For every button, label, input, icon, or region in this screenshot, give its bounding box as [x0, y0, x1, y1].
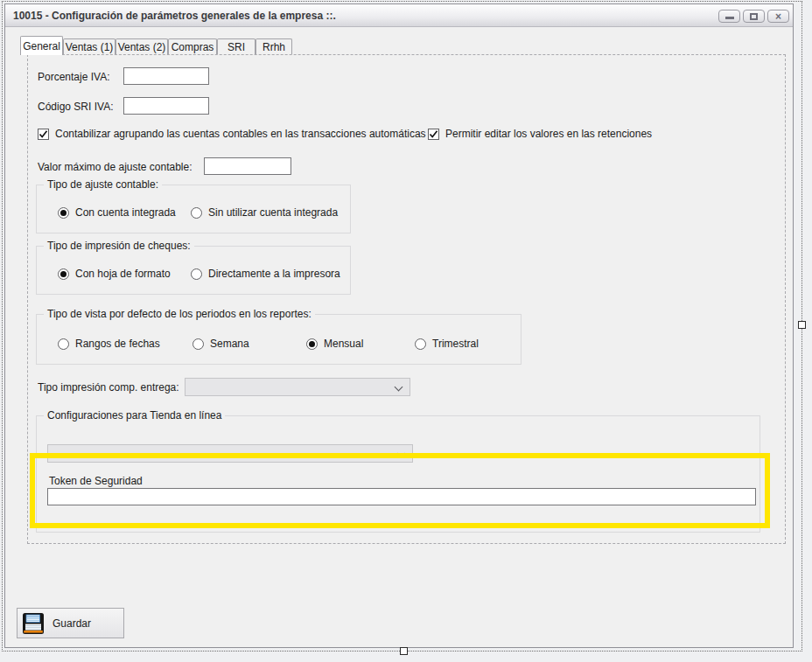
- tab-ventas-1[interactable]: Ventas (1): [63, 38, 116, 54]
- window-controls: ×: [718, 10, 789, 23]
- tab-page-general: [27, 54, 786, 544]
- config-window: 10015 - Configuración de parámetros gene…: [4, 3, 794, 648]
- close-button[interactable]: ×: [767, 10, 789, 23]
- maximize-icon: [750, 13, 758, 20]
- minimize-button[interactable]: [718, 10, 740, 23]
- tab-compras[interactable]: Compras: [168, 38, 217, 54]
- resize-handle-right[interactable]: [798, 321, 806, 329]
- resize-handle-bottom[interactable]: [400, 647, 408, 655]
- minimize-icon: [725, 17, 734, 19]
- save-floppy-icon: [22, 612, 45, 635]
- window-title: 10015 - Configuración de parámetros gene…: [5, 10, 336, 22]
- tab-sri[interactable]: SRI: [217, 38, 256, 54]
- tab-rrhh[interactable]: Rrhh: [256, 38, 292, 54]
- guardar-button[interactable]: Guardar: [17, 608, 124, 638]
- tab-ventas-2[interactable]: Ventas (2): [116, 38, 168, 54]
- close-icon: ×: [775, 11, 781, 22]
- guardar-button-label: Guardar: [52, 617, 91, 630]
- maximize-button[interactable]: [743, 10, 765, 23]
- tab-general[interactable]: General: [20, 36, 63, 55]
- titlebar: 10015 - Configuración de parámetros gene…: [5, 4, 793, 27]
